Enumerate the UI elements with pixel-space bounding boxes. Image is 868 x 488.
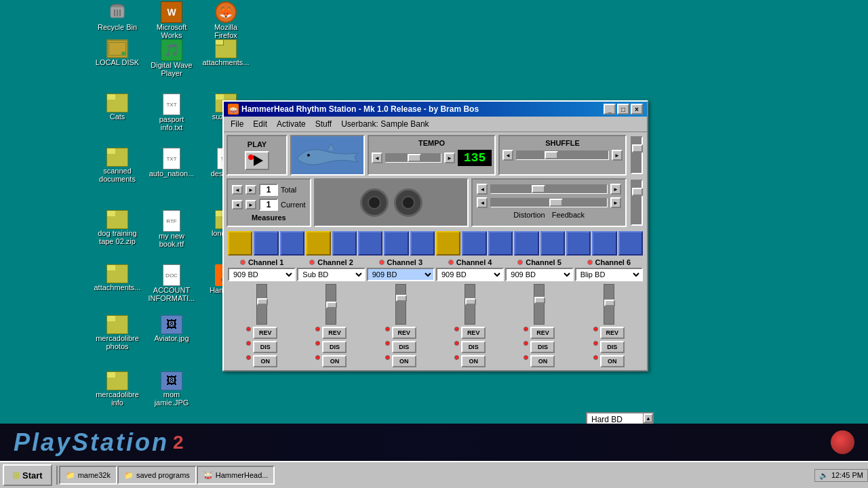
dist-right-button[interactable]: ►	[610, 184, 621, 195]
fader-thumb-6[interactable]	[604, 300, 615, 306]
rev-button-6[interactable]: REV	[600, 327, 625, 339]
distortion-slider-thumb[interactable]	[532, 185, 545, 193]
channel-select-4[interactable]: 909 BD	[436, 268, 504, 281]
secondary-volume-thumb[interactable]	[632, 188, 643, 196]
tempo-right-button[interactable]: ►	[444, 152, 455, 163]
taskbar-program-hammerhead[interactable]: 🥁 HammerHead...	[197, 466, 275, 485]
channel-btn-3[interactable]	[280, 231, 304, 256]
title-bar[interactable]: 🥁 HammerHead Rhythm Station - Mk 1.0 Rel…	[224, 102, 647, 117]
fader-thumb-2[interactable]	[326, 302, 337, 308]
menu-activate[interactable]: Activate	[273, 118, 310, 130]
fader-thumb-4[interactable]	[465, 298, 476, 305]
dis-button-5[interactable]: DIS	[530, 341, 555, 353]
dis-button-4[interactable]: DIS	[461, 341, 486, 353]
taskbar-program-mame[interactable]: 📁 mame32k	[59, 466, 117, 485]
channel-btn-8[interactable]	[410, 231, 435, 256]
on-button-3[interactable]: ON	[392, 355, 416, 367]
channel-select-1[interactable]: 909 BD	[228, 268, 296, 281]
desktop-icon-attachments2[interactable]: attachments...	[94, 264, 141, 291]
desktop-icon-dog-training[interactable]: dog training tape 02.zip	[94, 210, 141, 245]
desktop-icon-cats[interactable]: Cats	[94, 94, 141, 121]
master-volume-thumb[interactable]	[632, 144, 643, 152]
total-inc-button[interactable]: ►	[245, 185, 256, 195]
scroll-up-button[interactable]: ▲	[644, 413, 653, 423]
channel-btn-16[interactable]	[618, 231, 643, 256]
channel-btn-11[interactable]	[488, 231, 513, 256]
feedback-slider-track[interactable]	[490, 198, 608, 207]
channel-btn-15[interactable]	[592, 231, 616, 256]
fader-thumb-1[interactable]	[257, 298, 268, 305]
current-dec-button[interactable]: ◄	[232, 200, 243, 209]
rev-button-5[interactable]: REV	[530, 327, 555, 339]
channel-select-5[interactable]: 909 BD	[505, 268, 573, 281]
on-button-4[interactable]: ON	[461, 355, 486, 367]
channel-btn-10[interactable]	[462, 231, 486, 256]
desktop-icon-mercadolibre-info[interactable]: mercadolibre info	[94, 371, 141, 407]
maximize-button[interactable]: □	[617, 104, 629, 115]
on-button-6[interactable]: ON	[600, 355, 625, 367]
channel-btn-9[interactable]	[436, 231, 460, 256]
desktop-icon-recycle-bin[interactable]: Recycle Bin	[94, 1, 141, 31]
menu-edit[interactable]: Edit	[249, 118, 271, 130]
desktop-icon-auto-nation[interactable]: TXT auto_nation...	[148, 148, 195, 178]
fader-3[interactable]	[395, 284, 406, 325]
channel-btn-7[interactable]	[384, 231, 408, 256]
menu-file[interactable]: File	[226, 118, 248, 130]
fader-1[interactable]	[256, 284, 267, 325]
feedback-slider-thumb[interactable]	[549, 199, 563, 207]
rev-button-2[interactable]: REV	[322, 327, 347, 339]
fader-thumb-3[interactable]	[396, 295, 407, 302]
dis-button-1[interactable]: DIS	[253, 341, 277, 353]
desktop-icon-firefox[interactable]: 🦊 Mozilla Firefox	[202, 1, 250, 39]
desktop-icon-aviator[interactable]: 🖼 Aviator.jpg	[148, 315, 195, 342]
tempo-slider-track[interactable]	[385, 153, 441, 163]
desktop-icon-mom-jamie[interactable]: 🖼 mom jamie.JPG	[148, 371, 195, 407]
desktop-icon-my-book[interactable]: RTF my new book.rtf	[148, 210, 195, 248]
rev-button-3[interactable]: REV	[392, 327, 416, 339]
channel-btn-6[interactable]	[358, 231, 382, 256]
fader-thumb-5[interactable]	[534, 297, 545, 304]
channel-btn-2[interactable]	[254, 231, 278, 256]
desktop-icon-scanned[interactable]: scanned documents	[94, 148, 141, 183]
close-button[interactable]: ×	[631, 104, 643, 115]
current-inc-button[interactable]: ►	[245, 200, 256, 209]
tempo-left-button[interactable]: ◄	[372, 152, 382, 163]
fader-6[interactable]	[604, 284, 614, 325]
tempo-slider-thumb[interactable]	[408, 154, 421, 162]
on-button-1[interactable]: ON	[253, 355, 277, 367]
desktop-icon-attachments1[interactable]: attachments...	[202, 39, 250, 66]
desktop-icon-local-disk[interactable]: LOCAL DISK	[94, 39, 141, 66]
master-volume-slider[interactable]	[631, 136, 643, 174]
menu-userbank[interactable]: Userbank: Sample Bank	[337, 118, 433, 130]
desktop-icon-ms-works[interactable]: W Microsoft Works	[148, 1, 195, 39]
desktop-icon-account[interactable]: DOC ACCOUNT INFORMATI...	[148, 264, 195, 302]
shuffle-left-button[interactable]: ◄	[502, 150, 513, 161]
shuffle-right-button[interactable]: ►	[612, 150, 623, 161]
shuffle-slider-track[interactable]	[516, 150, 609, 160]
channel-btn-4[interactable]	[306, 231, 330, 256]
channel-select-3[interactable]: 909 BD	[367, 268, 435, 281]
channel-btn-14[interactable]	[566, 231, 591, 256]
taskbar-program-saved[interactable]: 📁 saved programs	[117, 466, 197, 485]
shuffle-slider-thumb[interactable]	[545, 151, 558, 159]
feedback-left-button[interactable]: ◄	[477, 197, 488, 208]
channel-btn-1[interactable]	[228, 231, 252, 256]
distortion-slider-track[interactable]	[490, 184, 608, 194]
dis-button-6[interactable]: DIS	[600, 341, 625, 353]
secondary-volume-slider[interactable]	[631, 180, 643, 226]
fader-2[interactable]	[326, 284, 336, 325]
desktop-icon-mercadolibre-photos[interactable]: mercadolibre photos	[94, 315, 141, 350]
minimize-button[interactable]: _	[604, 104, 616, 115]
desktop-icon-pasport[interactable]: TXT pasport info.txt	[148, 94, 195, 131]
total-dec-button[interactable]: ◄	[232, 185, 243, 195]
feedback-right-button[interactable]: ►	[610, 197, 621, 208]
on-button-5[interactable]: ON	[530, 355, 555, 367]
start-button[interactable]: ⊞ Start	[3, 464, 52, 486]
dist-left-button[interactable]: ◄	[477, 184, 488, 195]
channel-btn-13[interactable]	[540, 231, 565, 256]
desktop-icon-digital-wave[interactable]: 🎵 Digital Wave Player	[148, 39, 195, 77]
fader-4[interactable]	[465, 284, 475, 325]
menu-stuff[interactable]: Stuff	[311, 118, 336, 130]
channel-select-2[interactable]: Sub BD	[297, 268, 365, 281]
fader-5[interactable]	[534, 284, 545, 325]
